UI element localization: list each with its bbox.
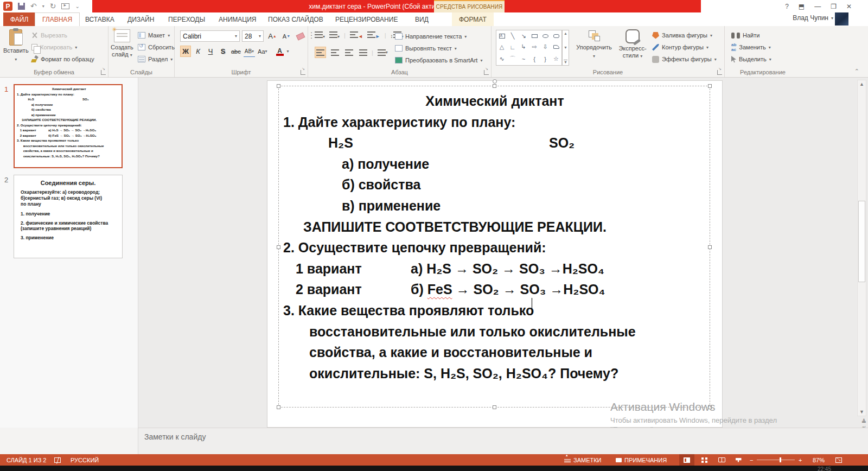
font-dialog-launcher-icon[interactable] — [301, 70, 305, 75]
font-name-combo[interactable]: Calibri▾ — [180, 30, 240, 42]
increase-indent-button[interactable]: ► — [367, 31, 380, 39]
change-case-button[interactable]: Aa▾ — [257, 46, 268, 57]
shapes-gallery-scrollbar[interactable]: ▲ ▼ ▼ — [562, 30, 569, 66]
numbering-button[interactable]: ▾ — [329, 31, 340, 39]
textbox-selection-frame[interactable]: Химический диктант 1. Дайте характеристи… — [278, 86, 710, 408]
paste-button[interactable]: Вставить▾ — [3, 29, 29, 63]
notes-toggle[interactable]: ЗАМЕТКИ — [564, 454, 602, 466]
underline-button[interactable]: Ч — [205, 46, 216, 57]
shape-snip-corner-icon[interactable] — [553, 45, 559, 49]
tab-transitions[interactable]: ПЕРЕХОДЫ — [161, 12, 212, 26]
shrink-font-button[interactable]: А▼ — [281, 30, 292, 42]
shapes-more-icon[interactable]: ▼ — [564, 60, 567, 64]
notes-placeholder[interactable]: Заметки к слайду — [144, 432, 206, 441]
shape-arc-icon[interactable]: ⌒ — [510, 55, 516, 63]
reset-button[interactable]: Сбросить — [138, 41, 175, 53]
ribbon-display-options-icon[interactable]: ⬒ — [799, 3, 805, 10]
align-left-button[interactable] — [315, 47, 326, 58]
comments-toggle[interactable]: ПРИМЕЧАНИЯ — [616, 454, 667, 466]
zoom-in-button[interactable]: + — [799, 454, 802, 466]
justify-button[interactable] — [358, 47, 368, 58]
tab-insert[interactable]: ВСТАВКА — [78, 12, 122, 26]
resize-handle-bottom-left[interactable] — [277, 405, 280, 409]
tab-view[interactable]: ВИД — [408, 12, 436, 26]
account-name[interactable]: Влад Чупин▾ — [793, 14, 833, 22]
shape-right-arrow-icon[interactable]: ⇨ — [532, 43, 537, 50]
shape-oval-icon[interactable] — [542, 34, 548, 38]
arrange-button[interactable]: Упорядочить▾ — [574, 29, 614, 60]
shape-outline-button[interactable]: Контур фигуры▾ — [652, 41, 717, 53]
cut-button[interactable]: Вырезать — [31, 29, 94, 41]
select-button[interactable]: Выделить▾ — [731, 53, 771, 65]
shapes-scroll-down-icon[interactable]: ▼ — [564, 46, 567, 49]
shapes-gallery[interactable]: ╲ ↘ △ ∟ ↳ ⇨ ⇩ ∿ ⌒ ~ { } ☆ — [496, 30, 562, 66]
slide-text-body[interactable]: Химический диктант 1. Дайте характеристи… — [279, 91, 711, 384]
shape-curve-icon[interactable]: ~ — [522, 56, 525, 62]
close-icon[interactable]: ✕ — [846, 3, 852, 10]
strikethrough-button[interactable]: abc — [230, 46, 242, 57]
replace-button[interactable]: abac Заменить▾ — [731, 41, 771, 53]
restore-icon[interactable]: ❐ — [831, 3, 837, 10]
font-size-dropdown-icon[interactable]: ▾ — [259, 34, 261, 39]
minimize-icon[interactable]: ― — [814, 3, 821, 10]
layout-button[interactable]: Макет▾ — [138, 29, 175, 41]
tab-format[interactable]: ФОРМАТ — [452, 12, 494, 26]
resize-handle-bottom-center[interactable] — [493, 405, 496, 409]
language-status[interactable]: РУССКИЙ — [71, 454, 99, 466]
customize-qat-icon[interactable]: ⌄ — [75, 0, 79, 12]
decrease-indent-button[interactable]: ◄ — [350, 31, 363, 39]
align-right-button[interactable] — [343, 47, 354, 58]
start-slideshow-icon[interactable] — [61, 3, 69, 9]
shape-left-brace-icon[interactable]: { — [533, 56, 535, 62]
quick-styles-button[interactable]: Экспресс- стили ▾ — [615, 29, 650, 60]
spellcheck-status-icon[interactable] — [54, 454, 61, 466]
collapse-ribbon-icon[interactable]: ⌃ — [854, 68, 859, 75]
bold-button[interactable]: Ж — [180, 46, 191, 57]
font-name-dropdown-icon[interactable]: ▾ — [235, 34, 237, 39]
tab-animation[interactable]: АНИМАЦИЯ — [212, 12, 263, 26]
resize-handle-top-right[interactable] — [708, 84, 712, 88]
zoom-slider[interactable] — [757, 460, 795, 460]
drawing-dialog-launcher-icon[interactable] — [717, 70, 722, 75]
bullets-button[interactable]: ▾ — [315, 31, 325, 39]
shape-down-arrow-icon[interactable]: ⇩ — [542, 43, 547, 50]
scrollbar-thumb[interactable] — [858, 201, 865, 282]
slide-editing-canvas[interactable]: Химический диктант 1. Дайте характеристи… — [267, 80, 723, 428]
new-slide-button[interactable]: Создать слайд ▾ — [111, 29, 133, 59]
shape-arrow-icon[interactable]: ↘ — [521, 33, 526, 40]
italic-button[interactable]: К — [193, 46, 203, 57]
notes-pane[interactable]: Заметки к слайду — [138, 428, 868, 454]
format-painter-button[interactable]: Формат по образцу — [31, 53, 94, 65]
font-size-combo[interactable]: 28▾ — [242, 30, 264, 42]
paragraph-dialog-launcher-icon[interactable] — [484, 70, 489, 75]
section-button[interactable]: Раздел▾ — [138, 53, 175, 65]
tab-home[interactable]: ГЛАВНАЯ — [35, 12, 80, 26]
undo-icon[interactable]: ↶ — [30, 0, 37, 12]
font-color-button[interactable]: А — [275, 46, 285, 57]
vertical-scrollbar[interactable]: ▲ ▼ — [857, 80, 866, 416]
previous-slide-button[interactable]: ≜ — [861, 418, 865, 425]
tab-review[interactable]: РЕЦЕНЗИРОВАНИЕ — [328, 12, 405, 26]
tab-design[interactable]: ДИЗАЙН — [120, 12, 161, 26]
shape-right-brace-icon[interactable]: } — [544, 56, 546, 62]
character-spacing-button[interactable]: АВ▾ — [244, 46, 255, 57]
columns-button[interactable]: ▾ — [376, 47, 389, 58]
save-icon[interactable] — [18, 3, 25, 10]
convert-smartart-button[interactable]: Преобразовать в SmartArt▾ — [395, 54, 482, 66]
find-button[interactable]: Найти — [731, 29, 771, 41]
slideshow-view-button[interactable] — [731, 454, 746, 466]
shape-line-icon[interactable]: ╲ — [511, 33, 515, 40]
zoom-slider-thumb[interactable] — [780, 457, 781, 462]
tab-slideshow[interactable]: ПОКАЗ СЛАЙДОВ — [261, 12, 330, 26]
copy-button[interactable]: Копировать▾ — [31, 41, 94, 53]
shape-triangle-icon[interactable]: △ — [500, 43, 504, 50]
shape-star-icon[interactable]: ☆ — [553, 55, 559, 62]
shape-rectangle-icon[interactable] — [532, 34, 538, 38]
zoom-out-button[interactable]: − — [750, 454, 753, 466]
tab-file[interactable]: ФАЙЛ — [3, 12, 35, 26]
zoom-level[interactable]: 87% — [813, 454, 825, 466]
shape-rounded-rectangle-icon[interactable] — [553, 34, 559, 38]
scroll-down-icon[interactable]: ▼ — [858, 409, 866, 415]
text-direction-button[interactable]: Направление текста▾ — [395, 30, 482, 42]
shape-elbow-arrow-icon[interactable]: ↳ — [521, 43, 526, 50]
